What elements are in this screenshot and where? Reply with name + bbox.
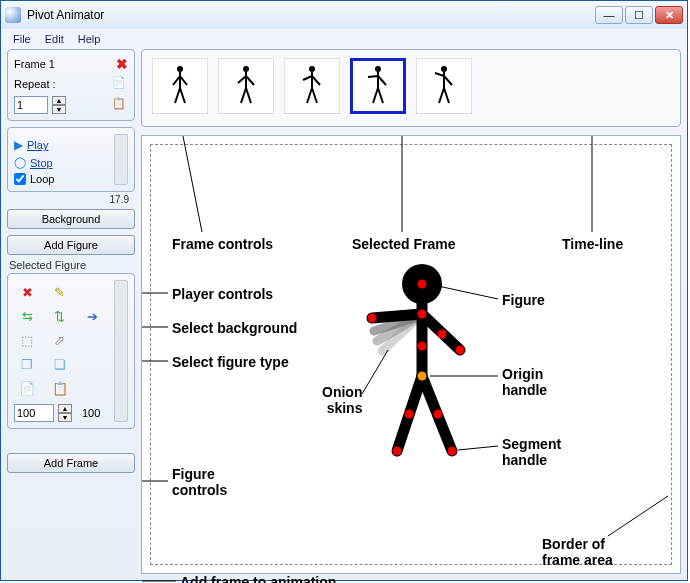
window-title: Pivot Animator — [27, 8, 595, 22]
svg-point-12 — [309, 66, 315, 72]
player-panel: ▶Play ◯Stop Loop — [7, 127, 135, 192]
anno-timeline: Time-line — [562, 236, 623, 252]
svg-line-20 — [368, 76, 378, 77]
background-button[interactable]: Background — [7, 209, 135, 229]
anno-border: Border of frame area — [542, 536, 613, 568]
timeline-frame[interactable] — [416, 58, 472, 114]
repeat-label: Repeat : — [14, 78, 56, 90]
left-hand-joint[interactable] — [368, 314, 377, 323]
menu-help[interactable]: Help — [72, 31, 107, 47]
flip-v-icon[interactable]: ⇅ — [49, 306, 71, 326]
left-foot-joint[interactable] — [393, 447, 402, 456]
svg-line-26 — [435, 73, 444, 76]
loop-label: Loop — [30, 173, 54, 185]
timeline-frame[interactable] — [284, 58, 340, 114]
delete-frame-icon[interactable]: ✖ — [116, 56, 128, 72]
svg-line-21 — [378, 76, 386, 85]
stick-figure[interactable] — [342, 256, 522, 476]
svg-line-3 — [180, 76, 187, 85]
loop-checkbox[interactable] — [14, 173, 26, 185]
close-button[interactable]: ✕ — [655, 6, 683, 24]
copy-figure-icon[interactable]: 📄 — [16, 378, 38, 398]
left-knee-joint[interactable] — [405, 410, 414, 419]
svg-line-11 — [246, 88, 251, 103]
right-foot-joint[interactable] — [448, 447, 457, 456]
tools-scrollbar[interactable] — [114, 280, 128, 422]
tool-blank-2 — [81, 330, 103, 350]
svg-line-14 — [303, 76, 312, 80]
anno-origin-handle: Origin handle — [502, 366, 547, 398]
svg-line-8 — [238, 76, 246, 83]
svg-line-16 — [307, 88, 312, 103]
anno-onion-skins: Onion skins — [322, 384, 362, 416]
anno-select-figure-type: Select figure type — [172, 354, 289, 370]
tool-blank-1 — [81, 282, 103, 302]
stop-icon: ◯ — [14, 156, 26, 169]
anno-add-frame: Add frame to animation — [180, 574, 336, 583]
copy-icon[interactable]: 📄 — [112, 76, 128, 92]
svg-point-0 — [177, 66, 183, 72]
menu-edit[interactable]: Edit — [39, 31, 70, 47]
stop-button[interactable]: Stop — [30, 157, 53, 169]
svg-point-6 — [243, 66, 249, 72]
svg-line-10 — [241, 88, 246, 103]
anno-frame-controls: Frame controls — [172, 236, 273, 252]
svg-line-15 — [312, 76, 320, 85]
svg-point-18 — [375, 66, 381, 72]
figure-size-input[interactable] — [14, 404, 54, 422]
selected-figure-label: Selected Figure — [9, 259, 135, 271]
paste-figure-icon[interactable]: 📋 — [49, 378, 71, 398]
edit-icon[interactable]: ✎ — [49, 282, 71, 302]
svg-line-29 — [444, 88, 449, 103]
anno-player-controls: Player controls — [172, 286, 273, 302]
right-hand-joint[interactable] — [456, 346, 465, 355]
delete-figure-icon[interactable]: ✖ — [16, 282, 38, 302]
app-icon — [5, 7, 21, 23]
fps-value: 17.9 — [7, 194, 135, 205]
svg-line-4 — [175, 88, 180, 103]
svg-line-27 — [444, 76, 452, 85]
minimize-button[interactable]: — — [595, 6, 623, 24]
repeat-spinner[interactable]: ▲▼ — [52, 96, 66, 114]
menu-file[interactable]: File — [7, 31, 37, 47]
right-elbow-joint[interactable] — [438, 330, 447, 339]
timeline-frame[interactable] — [152, 58, 208, 114]
figure-size-spinner[interactable]: ▲▼ — [58, 404, 72, 422]
sidebar: Frame 1 ✖ Repeat : 📄 ▲▼ 📋 ▶Play ◯Stop — [7, 49, 135, 473]
app-window: Pivot Animator — ☐ ✕ File Edit Help Fram… — [0, 0, 688, 581]
flip-h-icon[interactable]: ⇆ — [16, 306, 38, 326]
raise-icon[interactable]: ❐ — [16, 354, 38, 374]
right-knee-joint[interactable] — [434, 410, 443, 419]
scale-icon[interactable]: ⬀ — [49, 330, 71, 350]
timeline-frame[interactable] — [218, 58, 274, 114]
timeline — [141, 49, 681, 127]
frame-title: Frame 1 — [14, 58, 55, 70]
canvas[interactable]: Frame controls Selected Frame Time-line … — [141, 135, 681, 574]
torso-joint[interactable] — [418, 342, 427, 351]
arrow-icon[interactable]: ➔ — [81, 306, 103, 326]
anno-figure-controls: Figure controls — [172, 466, 227, 498]
svg-line-23 — [378, 88, 383, 103]
maximize-button[interactable]: ☐ — [625, 6, 653, 24]
figure-tools-panel: ✖ ✎ ⇆ ⇅ ➔ ⬚ ⬀ ❐ ❏ 📄 📋 — [7, 273, 135, 429]
anno-segment-handle: Segment handle — [502, 436, 561, 468]
svg-line-17 — [312, 88, 317, 103]
origin-joint[interactable] — [418, 372, 427, 381]
anno-selected-frame: Selected Frame — [352, 236, 456, 252]
svg-line-9 — [246, 76, 254, 85]
center-icon[interactable]: ⬚ — [16, 330, 38, 350]
paste-icon[interactable]: 📋 — [112, 97, 128, 113]
svg-line-22 — [373, 88, 378, 103]
svg-line-28 — [439, 88, 444, 103]
lower-icon[interactable]: ❏ — [49, 354, 71, 374]
svg-line-35 — [372, 314, 422, 318]
add-figure-button[interactable]: Add Figure — [7, 235, 135, 255]
play-button[interactable]: Play — [27, 139, 48, 151]
figure-size-display: 100 — [82, 407, 100, 419]
fps-slider[interactable] — [114, 134, 128, 185]
timeline-frame-selected[interactable] — [350, 58, 406, 114]
repeat-input[interactable] — [14, 96, 48, 114]
head-joint[interactable] — [418, 280, 427, 289]
shoulder-joint[interactable] — [418, 310, 427, 319]
add-frame-button[interactable]: Add Frame — [7, 453, 135, 473]
